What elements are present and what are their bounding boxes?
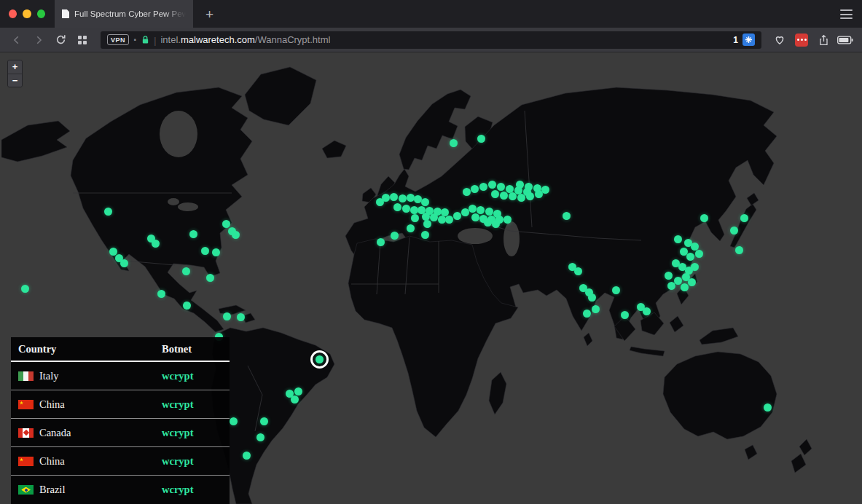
- infection-dot: [430, 213, 438, 221]
- infection-dot: [393, 203, 401, 211]
- infection-dot: [414, 195, 422, 203]
- tab-bar: Full Spectrum Cyber Pew Pew +: [0, 0, 862, 28]
- infection-dot: [232, 231, 240, 239]
- url-bar[interactable]: VPN intel.malwaretech.com/WannaCrypt.htm…: [101, 31, 761, 49]
- browser-tab[interactable]: Full Spectrum Cyber Pew Pew: [55, 0, 193, 28]
- infection-dot: [402, 205, 410, 213]
- infection-dot: [492, 220, 500, 228]
- infection-dot: [667, 282, 675, 290]
- browser-window: Full Spectrum Cyber Pew Pew + VPN intel.…: [0, 0, 862, 504]
- country-name: China: [39, 455, 65, 468]
- password-extension-icon[interactable]: [743, 34, 755, 46]
- extension-badge-count: 1: [733, 35, 738, 45]
- infection-dot: [681, 283, 689, 291]
- infection-dot: [377, 238, 385, 246]
- infection-dot: [541, 186, 549, 194]
- infection-dot: [563, 212, 571, 220]
- infection-dot: [612, 286, 620, 294]
- url-separator: [154, 34, 156, 47]
- infection-dot: [621, 311, 629, 319]
- infection-dot: [438, 216, 446, 224]
- infection-dot: [526, 192, 534, 200]
- infection-dot: [665, 272, 673, 280]
- infection-dot: [471, 185, 479, 193]
- infection-dot: [686, 253, 694, 261]
- table-row: Brazil wcrypt: [11, 476, 230, 504]
- infection-dot: [479, 183, 487, 191]
- infection-dot: [390, 193, 398, 201]
- infection-dot: [525, 183, 533, 191]
- infection-dot: [421, 231, 429, 239]
- minimize-button[interactable]: [23, 9, 31, 18]
- infection-dot: [491, 190, 499, 198]
- column-header-botnet: Botnet: [162, 343, 230, 355]
- infection-dot: [688, 278, 696, 286]
- infection-dot: [21, 285, 29, 293]
- infection-dot: [588, 294, 596, 302]
- table-row: China wcrypt: [11, 390, 230, 419]
- infection-dot: [152, 240, 160, 248]
- url-subdomain: intel.: [160, 34, 180, 45]
- infection-dot: [533, 184, 541, 192]
- vpn-badge[interactable]: VPN: [107, 34, 129, 45]
- infection-dot: [445, 216, 453, 224]
- url-domain: malwaretech.com: [181, 34, 255, 45]
- infection-dot: [516, 181, 524, 189]
- infection-dot: [506, 185, 514, 193]
- close-button[interactable]: [9, 9, 17, 18]
- map-area[interactable]: + − Country Botnet Italy wcrypt China wc…: [0, 52, 862, 504]
- back-button[interactable]: [7, 31, 26, 50]
- infection-dot: [422, 213, 430, 221]
- forward-button[interactable]: [29, 31, 48, 50]
- botnet-name: wcrypt: [162, 484, 230, 496]
- infection-dot: [509, 192, 517, 200]
- infection-dot: [410, 206, 418, 214]
- fullscreen-button[interactable]: [37, 9, 45, 18]
- infection-dot: [735, 246, 743, 254]
- infection-dot: [504, 216, 512, 224]
- new-tab-button[interactable]: +: [203, 7, 216, 21]
- refresh-button[interactable]: [51, 31, 70, 50]
- navigation-bar: VPN intel.malwaretech.com/WannaCrypt.htm…: [0, 28, 862, 52]
- infection-dot: [463, 188, 471, 196]
- infection-dot: [391, 232, 399, 240]
- table-row: Italy wcrypt: [11, 362, 230, 390]
- url-path: /WannaCrypt.html: [255, 34, 331, 45]
- column-header-country: Country: [18, 343, 162, 355]
- infection-dot: [517, 194, 525, 202]
- lastpass-extension-icon[interactable]: [792, 31, 811, 50]
- infection-dot: [291, 395, 299, 403]
- zoom-in-button[interactable]: +: [8, 60, 22, 74]
- highlighted-infection-dot: [316, 355, 324, 363]
- battery-icon[interactable]: [836, 31, 855, 50]
- infection-dot: [700, 214, 708, 222]
- botnet-name: wcrypt: [162, 455, 230, 468]
- infection-dot: [691, 243, 699, 251]
- infection-dot: [212, 248, 220, 256]
- infection-dot: [497, 183, 505, 191]
- infection-dot: [223, 312, 231, 320]
- infection-dot: [423, 220, 431, 228]
- country-flag-icon: [18, 485, 34, 495]
- botnet-tracker-table: Country Botnet Italy wcrypt China wcrypt…: [11, 337, 230, 504]
- zoom-out-button[interactable]: −: [8, 74, 22, 87]
- infection-dot: [157, 290, 165, 298]
- speed-dial-icon[interactable]: [73, 31, 92, 50]
- page-icon: [62, 9, 69, 18]
- infection-dot: [471, 213, 479, 221]
- infection-dot: [441, 208, 449, 216]
- infection-dot: [189, 230, 197, 238]
- infection-dot: [230, 417, 238, 425]
- table-row: China wcrypt: [11, 447, 230, 476]
- infection-dot: [583, 310, 591, 318]
- botnet-name: wcrypt: [162, 398, 230, 411]
- bookmark-heart-icon[interactable]: [770, 31, 789, 50]
- share-icon[interactable]: [814, 31, 833, 50]
- botnet-name: wcrypt: [162, 370, 230, 382]
- menu-icon[interactable]: [840, 9, 853, 19]
- infection-dot: [182, 267, 190, 275]
- infection-dot: [206, 274, 214, 282]
- infection-dot: [453, 212, 461, 220]
- infection-dot: [104, 208, 112, 216]
- infection-dot: [695, 250, 703, 258]
